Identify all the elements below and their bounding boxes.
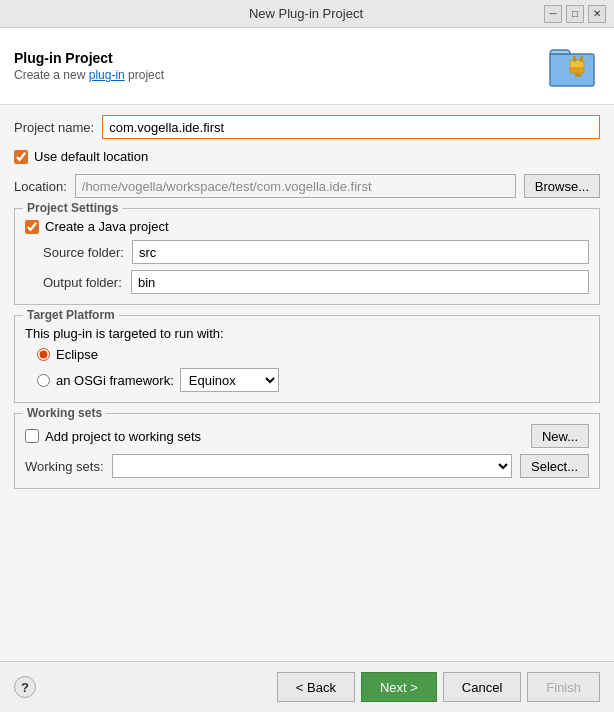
use-default-location-checkbox[interactable] bbox=[14, 150, 28, 164]
osgi-option-label[interactable]: an OSGi framework: bbox=[56, 373, 174, 388]
help-button[interactable]: ? bbox=[14, 676, 36, 698]
create-java-project-label[interactable]: Create a Java project bbox=[45, 219, 169, 234]
content-area: Project name: Use default location Locat… bbox=[0, 105, 614, 661]
plugin-icon-svg bbox=[548, 40, 600, 92]
target-platform-section: Target Platform This plug-in is targeted… bbox=[14, 315, 600, 403]
target-platform-description: This plug-in is targeted to run with: bbox=[25, 326, 589, 341]
finish-button[interactable]: Finish bbox=[527, 672, 600, 702]
svg-rect-5 bbox=[575, 73, 581, 77]
project-settings-content: Create a Java project Source folder: Out… bbox=[25, 219, 589, 294]
svg-rect-4 bbox=[570, 68, 584, 73]
target-platform-content: This plug-in is targeted to run with: Ec… bbox=[25, 326, 589, 392]
maximize-button[interactable]: □ bbox=[566, 5, 584, 23]
working-sets-label: Working sets: bbox=[25, 459, 104, 474]
add-working-sets-checkbox-row: Add project to working sets bbox=[25, 429, 523, 444]
use-default-location-row: Use default location bbox=[14, 149, 600, 164]
footer-right: < Back Next > Cancel Finish bbox=[277, 672, 600, 702]
header-text: Plug-in Project Create a new plug-in pro… bbox=[14, 50, 164, 82]
output-folder-label: Output folder: bbox=[43, 275, 123, 290]
eclipse-option-row: Eclipse bbox=[37, 347, 589, 362]
back-button[interactable]: < Back bbox=[277, 672, 355, 702]
page-description: Create a new plug-in project bbox=[14, 68, 164, 82]
project-settings-legend: Project Settings bbox=[23, 201, 122, 215]
location-row: Location: Browse... bbox=[14, 174, 600, 198]
project-name-label: Project name: bbox=[14, 120, 94, 135]
working-sets-legend: Working sets bbox=[23, 406, 106, 420]
location-input bbox=[75, 174, 516, 198]
output-folder-input[interactable] bbox=[131, 270, 589, 294]
dialog-title: New Plug-in Project bbox=[68, 6, 544, 21]
project-name-input[interactable] bbox=[102, 115, 600, 139]
minimize-button[interactable]: ─ bbox=[544, 5, 562, 23]
dialog-body: Plug-in Project Create a new plug-in pro… bbox=[0, 28, 614, 712]
cancel-button[interactable]: Cancel bbox=[443, 672, 521, 702]
header-section: Plug-in Project Create a new plug-in pro… bbox=[0, 28, 614, 105]
plugin-icon bbox=[548, 40, 600, 92]
svg-rect-2 bbox=[573, 56, 576, 62]
source-folder-label: Source folder: bbox=[43, 245, 124, 260]
working-sets-content: Add project to working sets New... Worki… bbox=[25, 424, 589, 478]
next-button[interactable]: Next > bbox=[361, 672, 437, 702]
svg-rect-3 bbox=[580, 56, 583, 62]
title-bar: New Plug-in Project ─ □ ✕ bbox=[0, 0, 614, 28]
create-java-project-checkbox[interactable] bbox=[25, 220, 39, 234]
footer: ? < Back Next > Cancel Finish bbox=[0, 661, 614, 712]
osgi-option-row: an OSGi framework: Equinox Felix Knopfle… bbox=[37, 368, 589, 392]
osgi-radio[interactable] bbox=[37, 374, 50, 387]
new-working-set-button[interactable]: New... bbox=[531, 424, 589, 448]
browse-button[interactable]: Browse... bbox=[524, 174, 600, 198]
working-sets-select-row: Working sets: Select... bbox=[25, 454, 589, 478]
location-label: Location: bbox=[14, 179, 67, 194]
use-default-location-label[interactable]: Use default location bbox=[34, 149, 148, 164]
source-folder-input[interactable] bbox=[132, 240, 589, 264]
title-bar-controls: ─ □ ✕ bbox=[544, 5, 606, 23]
source-folder-row: Source folder: bbox=[43, 240, 589, 264]
close-button[interactable]: ✕ bbox=[588, 5, 606, 23]
page-title: Plug-in Project bbox=[14, 50, 164, 66]
create-java-project-row: Create a Java project bbox=[25, 219, 589, 234]
footer-left: ? bbox=[14, 676, 36, 698]
add-to-working-sets-label[interactable]: Add project to working sets bbox=[45, 429, 201, 444]
add-to-working-sets-row: Add project to working sets New... bbox=[25, 424, 589, 448]
select-working-set-button[interactable]: Select... bbox=[520, 454, 589, 478]
output-folder-row: Output folder: bbox=[43, 270, 589, 294]
eclipse-radio[interactable] bbox=[37, 348, 50, 361]
project-settings-section: Project Settings Create a Java project S… bbox=[14, 208, 600, 305]
eclipse-option-label[interactable]: Eclipse bbox=[56, 347, 98, 362]
plug-in-link[interactable]: plug-in bbox=[89, 68, 125, 82]
working-sets-dropdown[interactable] bbox=[112, 454, 513, 478]
target-platform-legend: Target Platform bbox=[23, 308, 119, 322]
add-to-working-sets-checkbox[interactable] bbox=[25, 429, 39, 443]
osgi-framework-dropdown[interactable]: Equinox Felix Knopflerfish bbox=[180, 368, 279, 392]
project-name-row: Project name: bbox=[14, 115, 600, 139]
working-sets-section: Working sets Add project to working sets… bbox=[14, 413, 600, 489]
